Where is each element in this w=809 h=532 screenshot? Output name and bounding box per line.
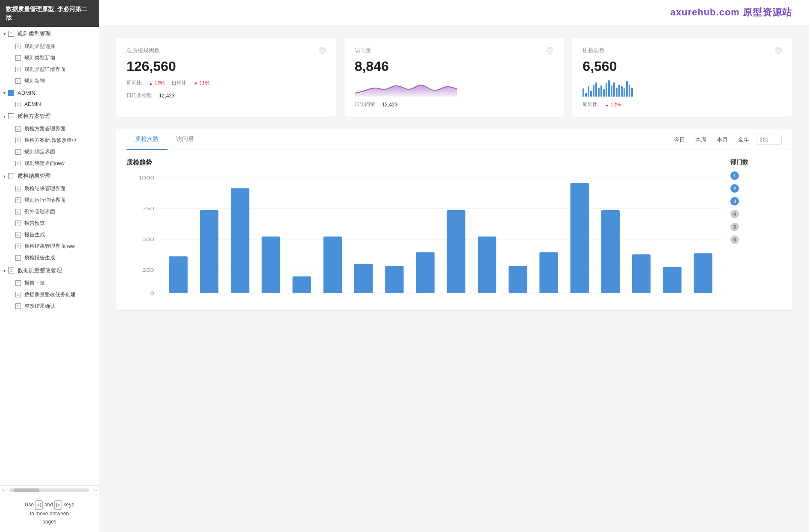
stat-daily-visits: 日访问量 12,423 xyxy=(355,101,554,108)
scroll-right-icon[interactable]: ▷ xyxy=(92,488,99,492)
footer-text-pages: pages xyxy=(42,519,56,525)
footer-text-move: to move between xyxy=(30,511,69,517)
chart-time-buttons: 今日 本周 本月 全年 xyxy=(671,134,782,145)
chart-tabs: 质检次数 访问量 xyxy=(126,129,203,150)
topbar: axurehub.com 原型资源站 xyxy=(99,0,809,25)
time-btn-week[interactable]: 本周 xyxy=(692,134,710,145)
arrow-down-icon: ▾ xyxy=(3,268,6,273)
page-icon: □ xyxy=(15,220,21,226)
daily-label: 日访问量 xyxy=(355,101,375,108)
tab-quality-count[interactable]: 质检次数 xyxy=(126,129,168,150)
page-icon: □ xyxy=(15,161,21,166)
sidebar-item-rule-add[interactable]: □ 规则新增 xyxy=(0,75,99,87)
sidebar-group-header-admin[interactable]: ▾ ADMIN xyxy=(0,87,99,99)
svg-rect-19 xyxy=(447,210,465,293)
svg-text:1000: 1000 xyxy=(138,175,154,180)
sidebar-item-result-confirm[interactable]: □ 整改结果确认 xyxy=(0,300,99,312)
group-label: ADMIN xyxy=(18,90,35,96)
svg-rect-27 xyxy=(694,253,712,293)
sidebar-item-report-gen[interactable]: □ 报告生成 xyxy=(0,229,99,241)
sidebar-item-rule-bind[interactable]: □ 规则绑定界面 xyxy=(0,146,99,158)
sidebar-item-report-issue[interactable]: □ 报告下发 xyxy=(0,277,99,289)
scroll-left-icon[interactable]: ◁ xyxy=(0,488,7,492)
sidebar-item-report-gen2[interactable]: □ 质检报告生成 xyxy=(0,252,99,264)
page-icon: □ xyxy=(15,292,21,297)
item-label: 整改结果确认 xyxy=(24,303,55,310)
footer-text-and: and xyxy=(44,502,54,508)
week-label: 周同比 xyxy=(126,79,142,87)
group-label: 规则类型管理 xyxy=(18,30,51,38)
item-label: 报告下发 xyxy=(24,279,45,287)
sidebar-item-rule-type-select[interactable]: □ 规则类型选择 xyxy=(0,41,99,52)
page-icon: □ xyxy=(15,138,21,143)
svg-rect-21 xyxy=(509,266,527,293)
page-icon: □ xyxy=(15,209,21,215)
time-btn-month[interactable]: 本月 xyxy=(713,134,731,145)
arrow-down-icon: ▾ xyxy=(3,91,6,95)
bar-sparkline-item xyxy=(616,88,618,97)
sidebar-group-header-quality-result[interactable]: ▾ □ 质检结果管理 xyxy=(0,169,99,183)
sidebar-item-rule-bind-new[interactable]: □ 规则绑定界面new xyxy=(0,158,99,169)
right-key-box: ▷ xyxy=(54,500,62,510)
info-icon[interactable]: ⓘ xyxy=(775,47,782,54)
item-label: 规则类型新增 xyxy=(24,54,55,62)
sidebar-item-plan-manage[interactable]: □ 质检方案管理界面 xyxy=(0,123,99,135)
svg-rect-20 xyxy=(478,236,496,293)
sidebar-item-rule-type-detail[interactable]: □ 规则类型详情界面 xyxy=(0,64,99,75)
bar-chart-svg: 1000 750 500 250 0 xyxy=(126,173,722,302)
sidebar-item-exception[interactable]: □ 例外管理界面 xyxy=(0,206,99,218)
h-scrollbar[interactable] xyxy=(9,488,89,492)
info-icon[interactable]: ⓘ xyxy=(547,47,553,54)
page-icon: □ xyxy=(15,186,21,191)
sidebar-scroll[interactable]: ▾ □ 规则类型管理 □ 规则类型选择 □ 规则类型新增 □ 规则类型详情界面 … xyxy=(0,27,99,485)
sidebar-item-result-manage-new[interactable]: □ 质检结果管理界面new xyxy=(0,241,99,252)
daily-label: 日均质检数 xyxy=(126,92,152,99)
sidebar-item-task-create[interactable]: □ 数据质量整改任务创建 xyxy=(0,289,99,300)
tab-visits[interactable]: 访问量 xyxy=(168,129,203,150)
stat-card-quality-count: 质检次数 ⓘ 6,560 周同比 12% xyxy=(572,38,792,117)
item-label: 质检结果管理界面 xyxy=(24,185,65,192)
info-icon[interactable]: ⓘ xyxy=(319,47,326,54)
sidebar-item-report-preview[interactable]: □ 报告预览 xyxy=(0,218,99,229)
stat-card-header-quality-count: 质检次数 ⓘ xyxy=(582,47,782,54)
page-icon: □ xyxy=(15,244,21,249)
folder-icon-blue xyxy=(8,90,14,96)
legend-circle-4: 4 xyxy=(730,210,739,218)
legend-item-5: 5 xyxy=(730,223,782,231)
page-icon: □ xyxy=(15,149,21,155)
sidebar-item-rule-run-detail[interactable]: □ 规则运行详情界面 xyxy=(0,194,99,206)
chart-title: 质检趋势 xyxy=(126,159,722,167)
time-btn-year[interactable]: 全年 xyxy=(735,134,753,145)
bar-sparkline-item xyxy=(611,85,612,97)
arrow-down-icon: ▾ xyxy=(3,174,6,179)
legend-item-2: 2 xyxy=(730,184,782,193)
sidebar-group-header-data-rect[interactable]: ▾ □ 数据质量整改管理 xyxy=(0,264,99,277)
svg-rect-11 xyxy=(200,210,218,293)
daily-val: 12,423 xyxy=(159,93,175,99)
sidebar-group-header-rule-type[interactable]: ▾ □ 规则类型管理 xyxy=(0,27,99,41)
svg-rect-15 xyxy=(324,236,342,293)
daily-val: 12,423 xyxy=(382,102,398,108)
time-btn-today[interactable]: 今日 xyxy=(671,134,688,145)
chart-body: 质检趋势 1000 750 500 xyxy=(116,150,792,310)
bar-sparkline-item xyxy=(608,80,610,97)
sidebar-group-quality-result: ▾ □ 质检结果管理 □ 质检结果管理界面 □ 规则运行详情界面 □ 例外管理界… xyxy=(0,169,99,264)
arrow-down-icon: ▾ xyxy=(3,114,6,119)
item-label: 例外管理界面 xyxy=(24,208,55,215)
sidebar-item-plan-add[interactable]: □ 质检方案新增/修改弹框 xyxy=(0,135,99,146)
svg-rect-18 xyxy=(416,252,434,293)
item-label: ADMIN xyxy=(24,101,41,107)
legend-item-1: 1 xyxy=(730,171,782,180)
svg-text:750: 750 xyxy=(142,206,154,211)
svg-text:500: 500 xyxy=(142,237,154,242)
sidebar: 数据质量管理原型_李必河第二版 ▾ □ 规则类型管理 □ 规则类型选择 □ 规则… xyxy=(0,0,99,532)
horizontal-scrollbar-row[interactable]: ◁ ▷ xyxy=(0,485,99,494)
date-input[interactable] xyxy=(756,135,782,145)
h-scrollbar-thumb xyxy=(14,488,39,492)
sidebar-item-result-manage[interactable]: □ 质检结果管理界面 xyxy=(0,183,99,194)
page-icon: □ xyxy=(15,255,21,261)
sidebar-item-admin[interactable]: □ ADMIN xyxy=(0,99,99,109)
sidebar-group-header-quality-plan[interactable]: ▾ □ 质检方案管理 xyxy=(0,109,99,123)
sidebar-item-rule-type-add[interactable]: □ 规则类型新增 xyxy=(0,52,99,64)
legend-item-4: 4 xyxy=(730,210,782,218)
